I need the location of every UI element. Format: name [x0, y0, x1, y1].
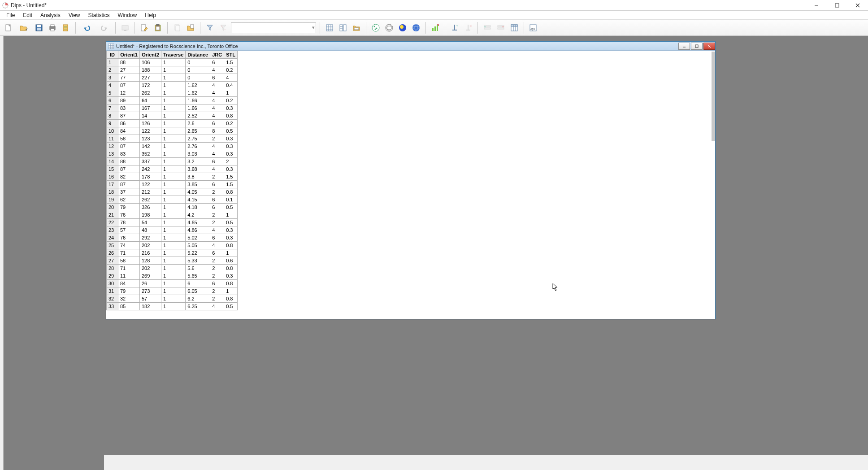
table-row[interactable]: 275812815.3320.6	[107, 257, 238, 265]
cell-traverse[interactable]: 1	[161, 112, 186, 120]
cell-traverse[interactable]: 1	[161, 219, 186, 226]
cell-orient1[interactable]: 11	[118, 272, 140, 280]
cell-jrc[interactable]: 6	[210, 234, 224, 242]
undo-button[interactable]	[79, 22, 95, 34]
cell-distance[interactable]: 0	[186, 74, 210, 82]
cell-orient2[interactable]: 182	[140, 303, 161, 310]
cell-orient2[interactable]: 178	[140, 173, 161, 181]
cell-id[interactable]: 18	[107, 188, 118, 196]
cell-traverse[interactable]: 1	[161, 104, 186, 112]
cell-stl[interactable]: 0.5	[224, 303, 238, 310]
cell-orient1[interactable]: 76	[118, 211, 140, 219]
cell-traverse[interactable]: 1	[161, 249, 186, 257]
cell-orient2[interactable]: 326	[140, 204, 161, 211]
cell-distance[interactable]: 3.68	[186, 165, 210, 173]
cell-distance[interactable]: 1.66	[186, 97, 210, 104]
remove-plane-button[interactable]: ×	[462, 22, 474, 34]
cell-stl[interactable]: 1	[224, 211, 238, 219]
cell-stl[interactable]: 0.5	[224, 127, 238, 135]
cell-distance[interactable]: 3.8	[186, 173, 210, 181]
cell-id[interactable]: 14	[107, 158, 118, 165]
cell-distance[interactable]: 6.2	[186, 295, 210, 303]
cell-distance[interactable]: 5.05	[186, 242, 210, 249]
cell-jrc[interactable]: 4	[210, 303, 224, 310]
copy-to-folder-button[interactable]	[185, 22, 196, 34]
cell-orient2[interactable]: 227	[140, 74, 161, 82]
cell-stl[interactable]: 0.8	[224, 188, 238, 196]
cell-stl[interactable]: 0.6	[224, 257, 238, 265]
cell-stl[interactable]: 1	[224, 89, 238, 97]
cell-orient1[interactable]: 83	[118, 104, 140, 112]
cell-traverse[interactable]: 1	[161, 120, 186, 127]
open-file-button[interactable]	[16, 22, 31, 34]
cell-id[interactable]: 15	[107, 165, 118, 173]
cell-traverse[interactable]: 1	[161, 173, 186, 181]
table-row[interactable]: 207932614.1860.5	[107, 204, 238, 211]
cell-distance[interactable]: 4.05	[186, 188, 210, 196]
cell-distance[interactable]: 4.86	[186, 226, 210, 234]
menu-window[interactable]: Window	[114, 11, 141, 19]
cell-stl[interactable]: 0.8	[224, 242, 238, 249]
cell-stl[interactable]: 1	[224, 287, 238, 295]
cell-id[interactable]: 30	[107, 280, 118, 287]
cell-orient1[interactable]: 12	[118, 89, 140, 97]
table-row[interactable]: 338518216.2540.5	[107, 303, 238, 310]
child-close-button[interactable]	[703, 43, 715, 50]
table-row[interactable]: 1881061061.5	[107, 59, 238, 66]
cell-jrc[interactable]: 6	[210, 196, 224, 204]
cell-orient2[interactable]: 188	[140, 66, 161, 74]
cell-stl[interactable]: 0.2	[224, 97, 238, 104]
menu-help[interactable]: Help	[141, 11, 160, 19]
cell-orient2[interactable]: 262	[140, 89, 161, 97]
minimize-button[interactable]	[806, 0, 827, 11]
cell-id[interactable]: 8	[107, 112, 118, 120]
cell-traverse[interactable]: 1	[161, 196, 186, 204]
cell-stl[interactable]: 0.8	[224, 280, 238, 287]
cell-id[interactable]: 16	[107, 173, 118, 181]
cell-distance[interactable]: 5.33	[186, 257, 210, 265]
cell-orient2[interactable]: 122	[140, 181, 161, 188]
cell-orient2[interactable]: 126	[140, 120, 161, 127]
cell-stl[interactable]: 0.3	[224, 104, 238, 112]
cell-orient1[interactable]: 87	[118, 82, 140, 89]
cell-stl[interactable]: 0.3	[224, 234, 238, 242]
table-row[interactable]: 168217813.821.5	[107, 173, 238, 181]
col-header-jrc[interactable]: JRC	[210, 51, 224, 59]
cell-stl[interactable]: 1.5	[224, 181, 238, 188]
cell-distance[interactable]: 3.03	[186, 150, 210, 158]
cell-jrc[interactable]: 4	[210, 242, 224, 249]
cell-orient1[interactable]: 86	[118, 120, 140, 127]
cell-orient1[interactable]: 58	[118, 135, 140, 143]
table-row[interactable]: 51226211.6241	[107, 89, 238, 97]
cell-distance[interactable]: 0	[186, 66, 210, 74]
paste-button[interactable]	[152, 22, 164, 34]
cell-jrc[interactable]: 6	[210, 158, 224, 165]
table-row[interactable]: 8871412.5240.8	[107, 112, 238, 120]
cell-id[interactable]: 29	[107, 272, 118, 280]
cell-orient1[interactable]: 32	[118, 295, 140, 303]
cell-id[interactable]: 26	[107, 249, 118, 257]
cell-orient1[interactable]: 27	[118, 66, 140, 74]
cell-id[interactable]: 21	[107, 211, 118, 219]
menu-file[interactable]: File	[3, 11, 18, 19]
add-plane-button[interactable]: +	[449, 22, 460, 34]
cell-orient1[interactable]: 77	[118, 74, 140, 82]
maximize-button[interactable]	[827, 0, 847, 11]
cell-orient2[interactable]: 202	[140, 265, 161, 272]
cell-orient1[interactable]: 87	[118, 112, 140, 120]
cell-distance[interactable]: 3.2	[186, 158, 210, 165]
cell-traverse[interactable]: 1	[161, 127, 186, 135]
cell-stl[interactable]: 0.2	[224, 66, 238, 74]
cell-distance[interactable]: 1.62	[186, 82, 210, 89]
filter-dropdown[interactable]: ▾	[231, 22, 316, 33]
cell-traverse[interactable]: 1	[161, 226, 186, 234]
cell-jrc[interactable]: 4	[210, 66, 224, 74]
cell-id[interactable]: 4	[107, 82, 118, 89]
filter-button[interactable]	[204, 22, 216, 34]
table-row[interactable]: 23574814.8640.3	[107, 226, 238, 234]
col-header-id[interactable]: ID	[107, 51, 118, 59]
cell-traverse[interactable]: 1	[161, 204, 186, 211]
cell-id[interactable]: 20	[107, 204, 118, 211]
cell-orient1[interactable]: 84	[118, 127, 140, 135]
col-header-orient2[interactable]: Orient2	[140, 51, 161, 59]
